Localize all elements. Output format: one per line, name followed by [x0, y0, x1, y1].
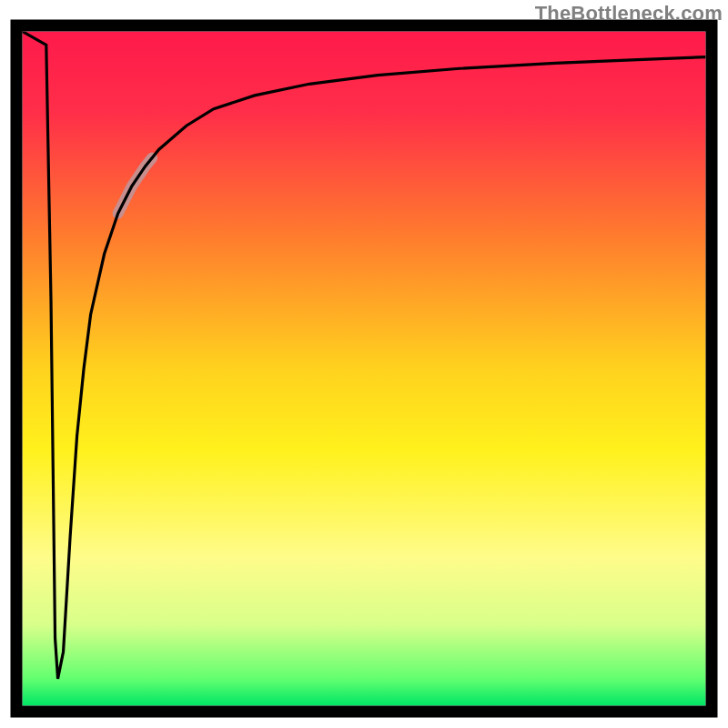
chart-svg: [0, 0, 728, 728]
chart-stage: TheBottleneck.com: [0, 0, 728, 728]
plot-background: [23, 32, 706, 706]
watermark-text: TheBottleneck.com: [535, 2, 723, 25]
